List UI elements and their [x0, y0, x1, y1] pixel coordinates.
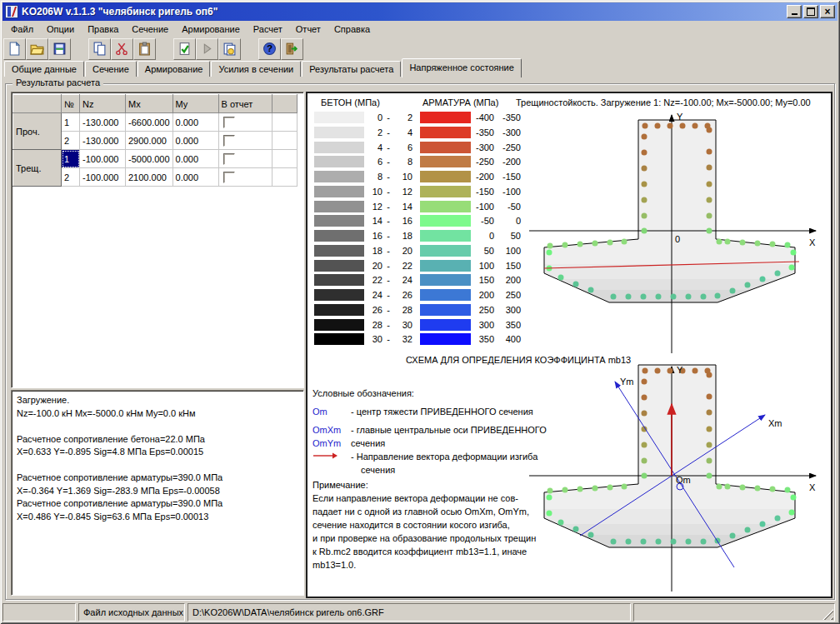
check-document-icon — [178, 42, 192, 56]
cell-nz[interactable]: -100.000 — [80, 150, 126, 168]
svg-text:?: ? — [267, 42, 272, 53]
tab-stress-state[interactable]: Напряженное состояние — [402, 58, 521, 77]
svg-text:Xm: Xm — [768, 418, 782, 428]
menu-edit[interactable]: Правка — [81, 22, 125, 36]
menu-help[interactable]: Справка — [328, 22, 377, 36]
svg-text:0: 0 — [675, 234, 680, 244]
col-header-my[interactable]: My — [172, 95, 218, 113]
new-button[interactable] — [3, 38, 26, 60]
menu-calculation[interactable]: Расчет — [247, 22, 289, 36]
cell-my[interactable]: 0.000 — [172, 132, 218, 150]
cell-nz[interactable]: -100.000 — [80, 168, 126, 187]
cell-filler — [272, 168, 297, 187]
cell-mx[interactable]: -6600.000 — [126, 113, 173, 132]
play-icon — [200, 42, 214, 56]
menu-file[interactable]: Файл — [4, 22, 40, 36]
cell-num[interactable]: 2 — [62, 168, 80, 187]
report-button[interactable] — [218, 38, 241, 60]
legend-key-omym: OmYm — [312, 437, 351, 450]
help-icon: ? — [262, 42, 277, 56]
svg-text:X: X — [809, 482, 816, 492]
menu-section[interactable]: Сечение — [125, 22, 175, 36]
cell-nz[interactable]: -130.000 — [80, 132, 126, 150]
open-button[interactable] — [26, 38, 48, 60]
col-header-filler — [272, 95, 297, 113]
report-checkbox[interactable] — [223, 153, 235, 165]
table-row: Трещ. 1 -100.000 -5000.000 0.000 — [13, 150, 298, 168]
cell-mx[interactable]: 2900.000 — [126, 132, 173, 150]
status-panel-empty — [2, 603, 76, 622]
open-folder-icon — [30, 42, 44, 56]
cut-scissors-icon — [115, 42, 129, 56]
exit-button[interactable] — [281, 38, 303, 60]
status-label: Файл исходных данных — [78, 603, 185, 622]
save-button[interactable] — [48, 38, 71, 60]
cell-my[interactable]: 0.000 — [172, 113, 218, 132]
tab-calc-results[interactable]: Результаты расчета — [302, 61, 401, 77]
window-title: KO206W v.1.1.3 "челябинск ригель оп6" — [22, 6, 218, 17]
status-file-path: D:\KO206W\DATA\челябинск ригель оп6.GRF — [188, 603, 631, 622]
stress-state-panel: БЕТОН (МПа) АРМАТУРА (МПа) 0-2-400-3502-… — [306, 92, 832, 598]
groupbox-title: Результаты расчета — [12, 77, 103, 87]
resize-grip-icon[interactable] — [822, 609, 833, 620]
menu-reinforcement[interactable]: Армирование — [175, 22, 247, 36]
legend-key-omxm: OmXm — [312, 423, 351, 437]
menu-bar: Файл Опции Правка Сечение Армирование Ра… — [2, 21, 838, 37]
cell-num-selected[interactable]: 1 — [62, 150, 80, 168]
cell-nz[interactable]: -130.000 — [80, 113, 126, 132]
title-bar[interactable]: KO206W v.1.1.3 "челябинск ригель оп6" × — [2, 2, 838, 21]
load-info-text: Загружение. Nz=-100.0 кН Mx=-5000.0 кНм … — [12, 391, 303, 527]
menu-options[interactable]: Опции — [40, 22, 81, 36]
results-groupbox: Результаты расчета № Nz Mx My В отчет Пр… — [5, 83, 835, 600]
cell-my[interactable]: 0.000 — [172, 150, 218, 168]
maximize-icon — [807, 7, 815, 16]
row-group-cracking[interactable]: Трещ. — [13, 150, 62, 187]
col-header-mx[interactable]: Mx — [126, 95, 173, 113]
deformation-vector-icon — [312, 450, 351, 463]
cell-filler — [272, 113, 297, 132]
report-checkbox[interactable] — [223, 135, 235, 147]
cell-num[interactable]: 1 — [62, 113, 80, 132]
tab-reinforcement[interactable]: Армирование — [138, 61, 211, 77]
report-pages-icon — [222, 42, 237, 56]
col-header-report[interactable]: В отчет — [218, 95, 272, 113]
tab-section[interactable]: Сечение — [85, 61, 137, 77]
paste-button[interactable] — [133, 38, 156, 60]
col-header-num[interactable]: № — [62, 95, 80, 113]
load-info-panel: Загружение. Nz=-100.0 кН Mx=-5000.0 кНм … — [11, 390, 304, 596]
results-table: № Nz Mx My В отчет Проч. 1 -130.000 -660… — [12, 94, 298, 187]
legend-key-om: Om — [312, 405, 351, 418]
tab-general-data[interactable]: Общие данные — [4, 61, 84, 77]
run-button[interactable] — [196, 38, 218, 60]
col-header-empty — [13, 95, 62, 113]
tab-strip: Общие данные Сечение Армирование Усилия … — [2, 58, 838, 77]
report-checkbox[interactable] — [223, 117, 235, 128]
cell-my[interactable]: 0.000 — [172, 168, 218, 187]
close-button[interactable]: × — [820, 5, 835, 18]
tab-forces[interactable]: Усилия в сечении — [211, 61, 301, 77]
cell-num[interactable]: 2 — [62, 132, 80, 150]
paste-clipboard-icon — [138, 42, 152, 56]
cell-report — [218, 168, 272, 187]
cell-mx[interactable]: -5000.000 — [126, 150, 173, 168]
cell-report — [218, 132, 272, 150]
minimize-icon — [792, 13, 798, 15]
save-floppy-icon — [52, 42, 67, 56]
maximize-button[interactable] — [803, 5, 818, 18]
report-checkbox[interactable] — [223, 172, 235, 183]
status-bar: Файл исходных данных D:\KO206W\DATA\челя… — [2, 602, 838, 622]
calculate-button[interactable] — [173, 38, 196, 60]
svg-text:Y: Y — [677, 365, 683, 375]
menu-report[interactable]: Отчет — [289, 22, 328, 36]
copy-button[interactable] — [88, 38, 111, 60]
row-group-strength[interactable]: Проч. — [13, 113, 62, 150]
col-header-nz[interactable]: Nz — [80, 95, 126, 113]
close-icon: × — [824, 8, 830, 16]
minimize-button[interactable] — [787, 5, 802, 18]
help-button[interactable]: ? — [258, 38, 281, 60]
app-icon — [5, 5, 18, 18]
cell-mx[interactable]: 2100.000 — [126, 168, 173, 187]
cut-button[interactable] — [111, 38, 133, 60]
exit-door-icon — [285, 42, 299, 56]
status-panel-right — [633, 603, 835, 622]
